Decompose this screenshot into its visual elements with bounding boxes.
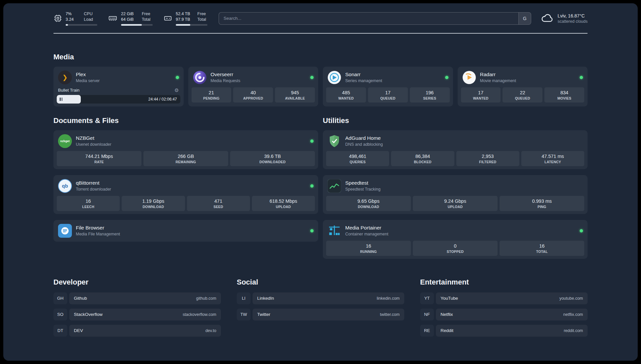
bookmark-group-developer: Developer GHGithubgithub.comSOStackOverf…: [53, 278, 221, 337]
bookmark-item[interactable]: RERedditreddit.com: [420, 325, 588, 337]
stat-value: 744.21 Mbps: [58, 154, 140, 159]
resource-monitors: 7% CPU 3.24 Load: [53, 11, 207, 26]
stat-value: 22: [504, 90, 541, 95]
service-link-nzbget[interactable]: nzbget NZBGet Usenet downloader: [57, 133, 315, 151]
stat-label: BLOCKED: [392, 160, 453, 164]
bookmark-link[interactable]: Twittertwitter.com: [253, 309, 404, 320]
stat-label: SEED: [188, 205, 249, 209]
stat-block: 9.24 GbpsUPLOAD: [413, 196, 498, 211]
stat-grid: 744.21 MbpsRATE266 GBREMAINING39.6 TBDOW…: [57, 151, 315, 166]
bookmark-item[interactable]: SOStackOverflowstackoverflow.com: [53, 309, 221, 320]
bookmark-domain: twitter.com: [380, 312, 400, 317]
stat-label: SERIES: [411, 96, 448, 100]
service-subtitle: DNS and adblocking: [345, 142, 383, 147]
service-link-portainer[interactable]: Media Portainer Container management: [326, 223, 584, 241]
ram-widget: 22 GiB Free 64 GiB Total: [108, 11, 153, 26]
bookmark-link[interactable]: Githubgithub.com: [69, 292, 221, 304]
service-link-plex[interactable]: ❯ Plex Media server: [57, 70, 180, 87]
search-input[interactable]: [219, 13, 518, 24]
stat-grid: 17WANTED22QUEUED834MOVIES: [461, 87, 585, 103]
qbittorrent-icon: qb: [58, 179, 72, 193]
bookmark-item[interactable]: DTDEVdev.to: [53, 325, 221, 337]
topbar-divider: [53, 33, 588, 34]
stat-value: 9.24 Gbps: [414, 198, 496, 204]
playback-progress-bar[interactable]: 24:44 / 02:06:47: [57, 95, 180, 104]
bookmark-domain: youtube.com: [559, 296, 583, 301]
bookmark-link[interactable]: YouTubeyoutube.com: [436, 292, 588, 304]
service-link-filebrowser[interactable]: File Browser Media File Management: [57, 223, 315, 239]
disk-total-value: 97.9 TB: [176, 17, 192, 22]
stat-label: RATE: [58, 160, 140, 164]
bookmark-name: StackOverflow: [74, 312, 103, 317]
bookmark-group-social: Social LILinkedInlinkedin.comTWTwittertw…: [237, 278, 404, 337]
weather-cloud-icon: [540, 12, 554, 25]
stat-block: 266 GBREMAINING: [143, 151, 228, 166]
bookmark-abbr: LI: [237, 292, 251, 304]
cpu-percent: 7%: [66, 11, 78, 16]
stat-block: 16TOTAL: [500, 241, 584, 256]
service-name: Speedtest: [345, 180, 381, 186]
service-link-speedtest[interactable]: Speedtest Speedtest Tracking: [326, 178, 584, 196]
stat-block: 485WANTED: [326, 87, 366, 103]
bookmark-domain: netflix.com: [563, 312, 583, 317]
stat-value: 39.6 TB: [231, 154, 314, 159]
service-subtitle: Media Requests: [211, 78, 240, 83]
stat-value: 196: [411, 90, 448, 95]
sonarr-icon: [327, 71, 341, 84]
pause-icon[interactable]: [60, 98, 62, 101]
bookmark-item[interactable]: NFNetflixnetflix.com: [420, 309, 588, 320]
bookmark-abbr: YT: [420, 292, 434, 304]
stat-value: 2,953: [458, 154, 518, 159]
section-title-utilities: Utilities: [323, 116, 588, 125]
bookmark-name: LinkedIn: [257, 296, 274, 301]
stat-block: 17QUEUED: [368, 87, 408, 103]
radarr-icon: [462, 71, 476, 84]
status-dot: [580, 76, 583, 79]
service-link-radarr[interactable]: Radarr Movie management: [461, 70, 585, 87]
bookmark-item[interactable]: YTYouTubeyoutube.com: [420, 292, 588, 304]
service-card-plex: ❯ Plex Media server Bullet Train ⚙: [53, 67, 184, 106]
top-bar: 7% CPU 3.24 Load: [53, 3, 588, 26]
service-name: Radarr: [480, 72, 516, 77]
bookmark-name: Github: [74, 296, 87, 301]
ram-free-value: 22 GiB: [121, 11, 136, 16]
player-settings-gear-icon[interactable]: ⚙: [174, 88, 179, 93]
bookmark-list: YTYouTubeyoutube.comNFNetflixnetflix.com…: [420, 292, 588, 337]
stat-label: PENDING: [193, 96, 230, 100]
playback-time: 24:44 / 02:06:47: [148, 97, 177, 102]
stat-label: APPROVED: [234, 96, 272, 100]
stat-value: 17: [369, 90, 407, 95]
bookmark-item[interactable]: TWTwittertwitter.com: [237, 309, 404, 320]
stat-grid: 21PENDING40APPROVED945AVAILABLE: [192, 87, 315, 103]
bookmark-link[interactable]: Netflixnetflix.com: [436, 309, 588, 320]
stat-label: DOWNLOAD: [327, 205, 410, 209]
stat-block: 618.52 MbpsUPLOAD: [252, 196, 315, 211]
status-dot: [176, 76, 179, 79]
bookmark-link[interactable]: DEVdev.to: [69, 325, 221, 337]
bookmark-link[interactable]: LinkedInlinkedin.com: [253, 292, 404, 304]
bookmark-link[interactable]: Redditreddit.com: [436, 325, 588, 337]
stat-value: 16: [327, 243, 410, 249]
service-name: Overseerr: [211, 72, 240, 77]
stat-value: 498,461: [327, 154, 388, 159]
bookmark-item[interactable]: GHGithubgithub.com: [53, 292, 221, 304]
service-card-nzbget: nzbget NZBGet Usenet downloader 744.21 M…: [53, 130, 318, 169]
stat-label: DOWNLOAD: [123, 205, 183, 209]
stat-block: 22QUEUED: [503, 87, 542, 103]
nzbget-icon: nzbget: [58, 134, 72, 148]
bookmark-link[interactable]: StackOverflowstackoverflow.com: [69, 309, 221, 320]
disk-icon: [163, 14, 172, 23]
service-subtitle: Usenet downloader: [76, 142, 111, 147]
status-dot: [310, 139, 314, 143]
stat-label: MOVIES: [546, 96, 583, 100]
search-provider-button[interactable]: G: [518, 13, 531, 24]
bookmark-item[interactable]: LILinkedInlinkedin.com: [237, 292, 404, 304]
ram-usage-bar: [121, 24, 153, 26]
service-link-overseerr[interactable]: Overseerr Media Requests: [192, 70, 315, 87]
service-link-adguard[interactable]: AdGuard Home DNS and adblocking: [326, 133, 584, 151]
stat-block: 86,384BLOCKED: [391, 151, 454, 166]
bookmarks-row: Developer GHGithubgithub.comSOStackOverf…: [53, 278, 588, 337]
bookmark-abbr: NF: [420, 309, 434, 320]
service-link-sonarr[interactable]: Sonarr Series management: [326, 70, 450, 87]
service-link-qbittorrent[interactable]: qb qBittorrent Torrent downloader: [57, 178, 315, 196]
